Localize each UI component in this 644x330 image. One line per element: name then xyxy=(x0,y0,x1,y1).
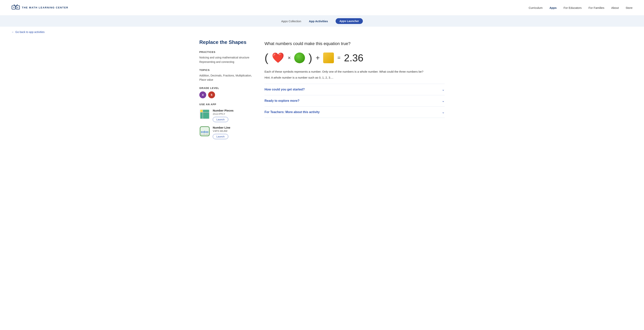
description-text: Each of these symbols represents a numbe… xyxy=(264,69,445,74)
svg-text:3: 3 xyxy=(204,134,205,135)
times-symbol: × xyxy=(288,55,291,61)
grade-badge-4: 4 xyxy=(199,92,206,98)
launch-button-number-pieces[interactable]: Launch xyxy=(213,117,228,122)
accordion-explore-more-header[interactable]: Ready to explore more? ⌄ xyxy=(264,95,445,106)
accordion-get-started-title: How could you get started? xyxy=(264,88,305,91)
nav-for-educators[interactable]: For Educators xyxy=(564,6,582,10)
svg-text:4: 4 xyxy=(206,134,206,135)
square-symbol xyxy=(323,52,334,63)
nav-store[interactable]: Store xyxy=(626,6,632,10)
logo-area: The MATH LEARNING CENTER xyxy=(12,4,68,12)
question-text: What numbers could make this equation tr… xyxy=(264,41,445,46)
back-arrow-icon: ← xyxy=(12,30,14,34)
svg-rect-16 xyxy=(203,112,209,118)
topics-text: Addition, Decimals, Fractions, Multiplic… xyxy=(199,74,253,82)
number-pieces-icon xyxy=(199,109,210,120)
accordion-for-teachers-header[interactable]: For Teachers: More about this activity ⌄ xyxy=(264,106,445,118)
close-paren: ) xyxy=(308,52,312,64)
accordion-explore-more: Ready to explore more? ⌄ xyxy=(264,95,445,106)
svg-rect-14 xyxy=(203,110,209,112)
grade-level-label: GRADE LEVEL xyxy=(199,86,253,90)
chevron-down-icon-0: ⌄ xyxy=(442,88,445,92)
launch-button-number-line[interactable]: Launch xyxy=(213,134,228,139)
equals-symbol: = xyxy=(337,55,340,61)
nav-about[interactable]: About xyxy=(611,6,619,10)
app-card-number-pieces: Number Pieces 2AJJ-PFLY Launch xyxy=(199,109,253,122)
sidebar: Replace the Shapes PRACTICES Noticing an… xyxy=(199,39,253,143)
app-name-number-line: Number Line xyxy=(213,126,253,129)
header: The MATH LEARNING CENTER Curriculum Apps… xyxy=(0,0,644,16)
nav-for-families[interactable]: For Families xyxy=(588,6,604,10)
equation-area: ( ❤️ × ) + = 2.36 xyxy=(264,52,445,64)
logo-icon xyxy=(12,4,20,12)
practices-text: Noticing and using mathematical structur… xyxy=(199,56,253,64)
app-name-number-pieces: Number Pieces xyxy=(213,109,253,112)
nav-apps[interactable]: Apps xyxy=(550,6,557,10)
sub-nav: Apps Collection App Activities Apps Laun… xyxy=(0,16,644,27)
practices-label: PRACTICES xyxy=(199,50,253,54)
sub-nav-app-activities[interactable]: App Activities xyxy=(309,20,328,23)
grade-badge-5: 5 xyxy=(208,92,215,98)
result-value: 2.36 xyxy=(344,52,364,64)
open-paren: ( xyxy=(264,52,268,64)
accordion-get-started: How could you get started? ⌄ xyxy=(264,84,445,95)
topics-label: TOPICS xyxy=(199,68,253,72)
chevron-down-icon-1: ⌄ xyxy=(442,99,445,103)
nav-curriculum[interactable]: Curriculum xyxy=(528,6,542,10)
svg-rect-13 xyxy=(200,110,202,112)
hint-italic: whole number xyxy=(274,76,292,79)
chevron-down-icon-2: ⌄ xyxy=(442,110,445,114)
svg-text:2: 2 xyxy=(203,134,204,135)
accordion-for-teachers: For Teachers: More about this activity ⌄ xyxy=(264,106,445,118)
main-nav: Curriculum Apps For Educators For Famili… xyxy=(528,6,632,10)
app-info-number-line: Number Line V4PX-WL8W Launch xyxy=(213,126,253,139)
app-code-number-line: V4PX-WL8W xyxy=(213,130,253,132)
grade-badges: 4 5 xyxy=(199,92,253,98)
sub-nav-apps-collection[interactable]: Apps Collection xyxy=(281,20,301,23)
logo-text: The MATH LEARNING CENTER xyxy=(22,6,68,10)
accordion-explore-more-title: Ready to explore more? xyxy=(264,99,300,102)
back-link-text: Go back to app activities xyxy=(15,30,45,34)
use-app-label: USE AN APP xyxy=(199,103,253,106)
svg-text:5: 5 xyxy=(208,134,208,135)
sidebar-title: Replace the Shapes xyxy=(199,39,253,45)
accordion-get-started-header[interactable]: How could you get started? ⌄ xyxy=(264,84,445,95)
circle-symbol xyxy=(294,52,305,63)
main-layout: Replace the Shapes PRACTICES Noticing an… xyxy=(188,36,456,151)
heart-symbol: ❤️ xyxy=(272,52,284,64)
hint-text: Hint: A whole number is a number such as… xyxy=(264,76,445,79)
accordion-for-teachers-title: For Teachers: More about this activity xyxy=(264,110,320,114)
svg-rect-15 xyxy=(200,112,202,118)
app-info-number-pieces: Number Pieces 2AJJ-PFLY Launch xyxy=(213,109,253,122)
main-content: What numbers could make this equation tr… xyxy=(264,39,445,143)
app-card-number-line: 1 2 3 4 5 Number Line V4PX-WL8W Launch xyxy=(199,126,253,139)
number-line-icon: 1 2 3 4 5 xyxy=(199,126,210,137)
plus-symbol: + xyxy=(316,54,320,62)
back-link[interactable]: ← Go back to app activities xyxy=(0,27,644,36)
sub-nav-apps-launcher[interactable]: Apps Launcher xyxy=(336,18,363,24)
svg-text:1: 1 xyxy=(201,134,202,135)
app-code-number-pieces: 2AJJ-PFLY xyxy=(213,112,253,115)
